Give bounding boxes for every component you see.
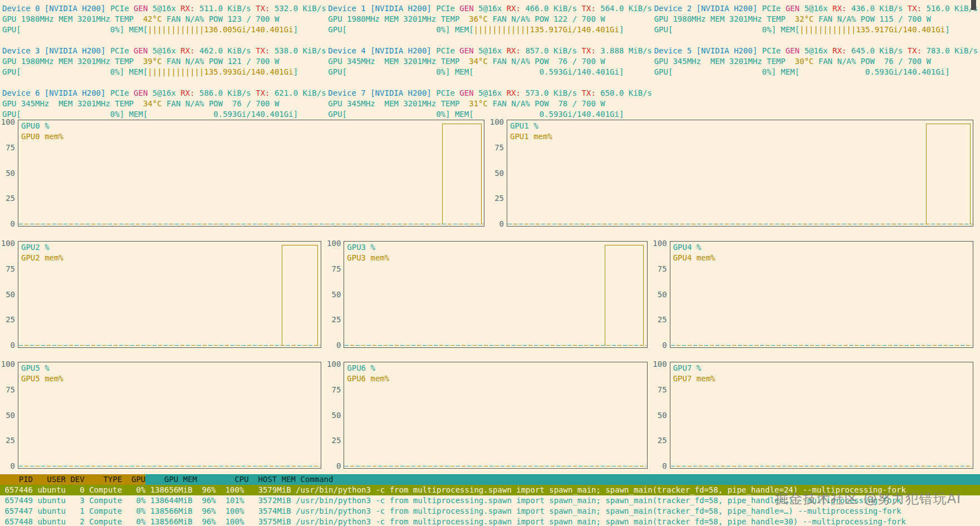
util-legend-label: GPU1 % <box>510 121 552 131</box>
process-table-header: PID USER DEV TYPE GPU GPU MEM CPU HOST M… <box>0 474 980 485</box>
tx-label: TX: <box>582 89 601 97</box>
y-tick: 25 <box>6 194 15 202</box>
chart-legend: GPU6 % GPU6 mem% <box>347 363 389 384</box>
pcie-gen-value: 5@16x <box>804 46 832 55</box>
y-tick: 50 <box>331 291 341 298</box>
chart-plot-area: GPU6 % GPU6 mem% <box>344 362 647 469</box>
pcie-gen-value: 5@16x <box>478 4 507 13</box>
rx-value: 857.0 KiB/s <box>525 46 581 55</box>
process-row[interactable]: 657447 ubuntu 1 Compute 0% 138566MiB 96%… <box>0 506 980 517</box>
device-model: [NVIDIA H200] <box>45 4 110 13</box>
gpu-clock-label: GPU <box>654 57 673 66</box>
dev-cell: 2 <box>66 517 85 526</box>
gpu-gauge-open: GPU[ <box>328 110 347 119</box>
pid-cell: 657447 <box>0 506 33 517</box>
y-tick: 100 <box>653 360 667 368</box>
device-block: Device 3 [NVIDIA H200] PCIe GEN 5@16x RX… <box>2 46 328 77</box>
fan-label: FAN <box>814 14 837 23</box>
cpu-cell: 100% <box>216 506 244 517</box>
gpu-mem-pct-cell: 96% <box>193 506 216 517</box>
y-tick: 100 <box>1 360 15 368</box>
mem-gauge-open: MEM[ <box>124 110 148 119</box>
y-tick: 75 <box>6 144 15 151</box>
mem-clock-label: MEM <box>380 57 403 66</box>
mem-legend-label: GPU4 mem% <box>673 253 716 263</box>
y-tick: 0 <box>336 341 341 349</box>
gpu-util-line <box>671 466 972 466</box>
mem-gauge-fill: 0.593Gi/140.401Gi <box>800 67 945 76</box>
gpu-gauge-close: ] <box>120 67 124 76</box>
device-model: [NVIDIA H200] <box>370 89 436 97</box>
temp-value: 30°C <box>790 57 814 66</box>
mem-gauge-open: MEM[ <box>124 67 148 76</box>
temp-label: TEMP <box>110 99 139 108</box>
device-info-line: Device 2 [NVIDIA H200] PCIe GEN 5@16x RX… <box>654 3 980 14</box>
gpu-chart: 100 75 50 25 0 GPU0 % GPU0 mem% <box>1 120 484 227</box>
gpu-clock-value: 1980MHz <box>21 57 54 66</box>
chart-plot-area: GPU5 % GPU5 mem% <box>18 362 321 469</box>
temp-value: 34°C <box>464 57 488 66</box>
cpu-cell: 100% <box>216 517 244 526</box>
mem-clock-label: MEM <box>54 99 77 108</box>
mem-clock-value: 3201MHz <box>77 14 110 23</box>
device-clock-line: GPU 1980MHz MEM 3201MHz TEMP 36°C FAN N/… <box>328 14 654 24</box>
gpu-util-line <box>671 345 972 346</box>
mem-legend-label: GPU6 mem% <box>347 373 389 384</box>
power-value: 121 / 700 W <box>228 57 280 66</box>
gpu-clock-label: GPU <box>328 57 347 66</box>
device-block: Device 5 [NVIDIA H200] PCIe GEN 5@16x RX… <box>654 46 980 77</box>
power-value: 115 / 700 W <box>879 14 931 23</box>
y-tick: 50 <box>494 169 504 177</box>
process-row[interactable]: 657448 ubuntu 2 Compute 0% 138566MiB 96%… <box>0 517 980 526</box>
power-value: 123 / 700 W <box>228 14 280 23</box>
device-gauge-line: GPU[ 0%] MEM[ 0.593Gi/140.401Gi] <box>328 67 654 77</box>
command-cell: /usr/bin/python3 -c from multiprocessing… <box>291 517 980 526</box>
charts-row-2: 100 75 50 25 0 GPU2 % GPU2 mem% 100 75 5… <box>0 241 980 348</box>
gpu-util-line <box>508 224 972 224</box>
power-label: POW <box>204 14 228 23</box>
pcie-label: PCIe <box>762 46 786 55</box>
pcie-gen-label: GEN <box>459 89 478 97</box>
tx-label: TX: <box>256 46 275 55</box>
scrollbar-thumb[interactable] <box>971 0 976 10</box>
fan-value: N/A% <box>185 99 204 108</box>
y-tick: 25 <box>331 316 341 323</box>
y-tick: 75 <box>6 386 15 394</box>
fan-label: FAN <box>814 57 837 66</box>
user-cell: ubuntu <box>33 517 66 526</box>
device-block: Device 7 [NVIDIA H200] PCIe GEN 5@16x RX… <box>328 88 654 120</box>
pcie-gen-label: GEN <box>134 46 153 55</box>
mem-clock-label: MEM <box>54 57 77 66</box>
mem-legend-label: GPU3 mem% <box>347 253 389 263</box>
y-axis: 100 75 50 25 0 <box>327 241 344 348</box>
temp-label: TEMP <box>762 57 791 66</box>
power-value: 76 / 700 W <box>879 57 931 66</box>
y-tick: 100 <box>490 118 504 126</box>
temp-label: TEMP <box>110 14 139 23</box>
gpu-util-cell: 0% <box>122 495 145 506</box>
gpu-util-line <box>19 224 483 224</box>
y-tick: 75 <box>658 265 667 273</box>
y-tick: 25 <box>6 316 15 323</box>
header-right-segment: GPU MEM CPU HOST MEM Command <box>145 474 980 485</box>
mem-gauge-fill: ||||||||||||135.917Gi/140.401Gi <box>474 25 619 34</box>
gpu-mem-cell: 138566MiB <box>145 506 192 517</box>
rx-label: RX: <box>180 46 199 55</box>
pcie-label: PCIe <box>762 4 786 13</box>
pcie-gen-value: 5@16x <box>478 46 507 55</box>
gpu-gauge-open: GPU[ <box>2 25 21 34</box>
device-info-line: Device 7 [NVIDIA H200] PCIe GEN 5@16x RX… <box>328 88 654 99</box>
pcie-gen-value: 5@16x <box>153 46 181 55</box>
gpu-clock-value: 345MHz <box>21 99 54 108</box>
pcie-gen-label: GEN <box>134 4 153 13</box>
temp-label: TEMP <box>436 57 464 66</box>
dev-cell: 0 <box>66 485 85 495</box>
pcie-gen-value: 5@16x <box>804 4 832 13</box>
gpu-chart: 100 75 50 25 0 GPU1 % GPU1 mem% <box>490 120 973 227</box>
device-info-panel: Device 0 [NVIDIA H200] PCIe GEN 5@16x RX… <box>0 0 980 120</box>
mem-clock-label: MEM <box>705 14 729 23</box>
nvitop-terminal: Device 0 [NVIDIA H200] PCIe GEN 5@16x RX… <box>0 0 980 526</box>
y-tick: 100 <box>327 360 341 368</box>
power-value: 76 / 700 W <box>553 57 605 66</box>
gpu-chart: 100 75 50 25 0 GPU7 % GPU7 mem% <box>653 362 973 469</box>
